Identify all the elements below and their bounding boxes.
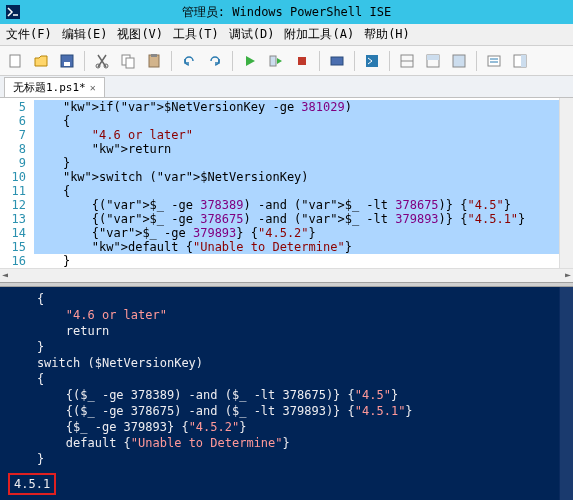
show-script-top-button[interactable] [422,50,444,72]
app-icon [6,5,20,19]
svg-rect-19 [453,55,465,67]
show-command-button[interactable] [483,50,505,72]
toolbar [0,46,573,76]
menu-tools[interactable]: 工具(T) [173,26,219,43]
run-button[interactable] [239,50,261,72]
menu-view[interactable]: 视图(V) [117,26,163,43]
result-highlight: 4.5.1 [8,473,56,495]
run-selection-button[interactable] [265,50,287,72]
code-area[interactable]: "kw">if("var">$NetVersionKey -ge 381029)… [30,98,573,268]
svg-rect-4 [64,62,70,66]
menu-help[interactable]: 帮助(H) [364,26,410,43]
svg-rect-10 [151,54,157,57]
editor-hscroll[interactable]: ◄► [0,268,573,282]
menu-bar: 文件(F) 编辑(E) 视图(V) 工具(T) 调试(D) 附加工具(A) 帮助… [0,24,573,46]
tab-bar: 无标题1.ps1* ✕ [0,76,573,98]
tab-active[interactable]: 无标题1.ps1* ✕ [4,77,105,97]
script-editor[interactable]: 567891011121314151617 "kw">if("var">$Net… [0,98,573,268]
paste-button[interactable] [143,50,165,72]
svg-rect-12 [298,57,306,65]
line-gutter: 567891011121314151617 [0,98,30,268]
menu-file[interactable]: 文件(F) [6,26,52,43]
stop-button[interactable] [291,50,313,72]
tab-close-icon[interactable]: ✕ [90,82,96,93]
undo-button[interactable] [178,50,200,72]
show-script-button[interactable] [396,50,418,72]
menu-addons[interactable]: 附加工具(A) [284,26,354,43]
svg-rect-20 [488,56,500,66]
svg-rect-2 [10,55,20,67]
open-button[interactable] [30,50,52,72]
tab-label: 无标题1.ps1* [13,80,86,95]
window-title: 管理员: Windows PowerShell ISE [182,4,391,21]
show-command-addon-button[interactable] [509,50,531,72]
svg-rect-18 [427,55,439,60]
menu-edit[interactable]: 编辑(E) [62,26,108,43]
svg-rect-13 [331,57,343,65]
console-vscroll[interactable] [559,287,573,500]
powershell-button[interactable] [361,50,383,72]
save-button[interactable] [56,50,78,72]
show-script-max-button[interactable] [448,50,470,72]
svg-rect-24 [521,55,526,67]
copy-button[interactable] [117,50,139,72]
editor-vscroll[interactable] [559,98,573,268]
cut-button[interactable] [91,50,113,72]
svg-rect-11 [270,56,276,66]
new-button[interactable] [4,50,26,72]
window-titlebar: 管理员: Windows PowerShell ISE [0,0,573,24]
menu-debug[interactable]: 调试(D) [229,26,275,43]
new-remote-button[interactable] [326,50,348,72]
console-pane[interactable]: { "4.6 or later" return } switch ($NetVe… [0,287,573,500]
svg-rect-8 [126,58,134,68]
redo-button[interactable] [204,50,226,72]
